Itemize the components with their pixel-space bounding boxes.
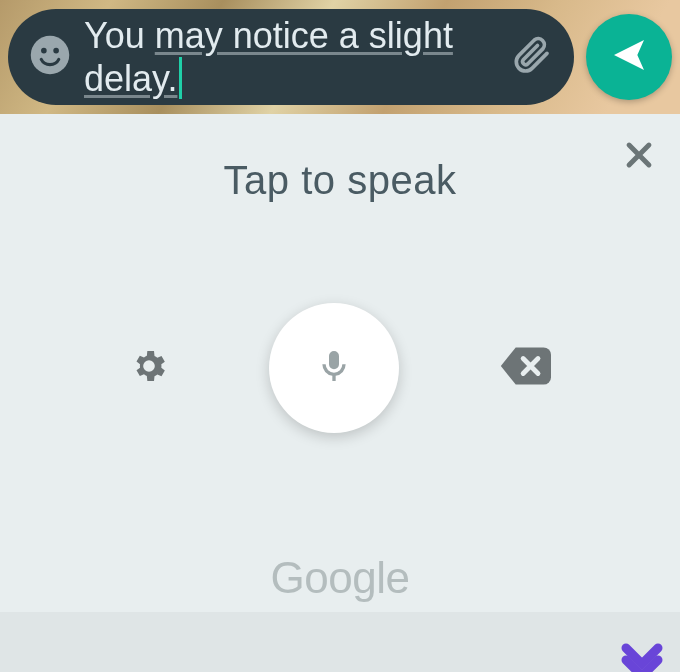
send-icon — [609, 35, 649, 79]
message-text-line2-under: delay. — [84, 58, 177, 99]
send-button[interactable] — [586, 14, 672, 100]
brand-label: Google — [271, 553, 410, 603]
text-caret — [179, 57, 182, 99]
message-text-field[interactable]: You may notice a slight delay. — [74, 15, 508, 100]
expand-chevron[interactable] — [618, 640, 666, 672]
close-icon — [622, 158, 656, 175]
settings-button[interactable] — [129, 346, 169, 390]
backspace-icon — [499, 372, 551, 389]
gear-icon — [129, 372, 169, 389]
emoji-icon — [29, 34, 71, 80]
mic-button[interactable] — [269, 303, 399, 433]
voice-prompt-label: Tap to speak — [224, 158, 457, 203]
emoji-button[interactable] — [26, 34, 74, 80]
backspace-button[interactable] — [499, 346, 551, 390]
bottom-bar — [0, 612, 680, 672]
message-text-line1-plain: You — [84, 15, 155, 56]
mic-icon — [314, 346, 354, 390]
chat-input-bar: You may notice a slight delay. — [0, 0, 680, 114]
attach-button[interactable] — [508, 35, 556, 79]
voice-input-panel: Tap to speak Google — [0, 114, 680, 612]
close-button[interactable] — [622, 138, 656, 176]
svg-point-1 — [41, 48, 47, 54]
voice-controls-row — [0, 303, 680, 433]
message-text-line1-under: may notice a slight — [155, 15, 453, 56]
message-input-container[interactable]: You may notice a slight delay. — [8, 9, 574, 105]
attach-icon — [512, 35, 552, 79]
svg-point-0 — [31, 36, 70, 75]
svg-point-2 — [53, 48, 59, 54]
chevron-down-icon — [618, 666, 666, 672]
